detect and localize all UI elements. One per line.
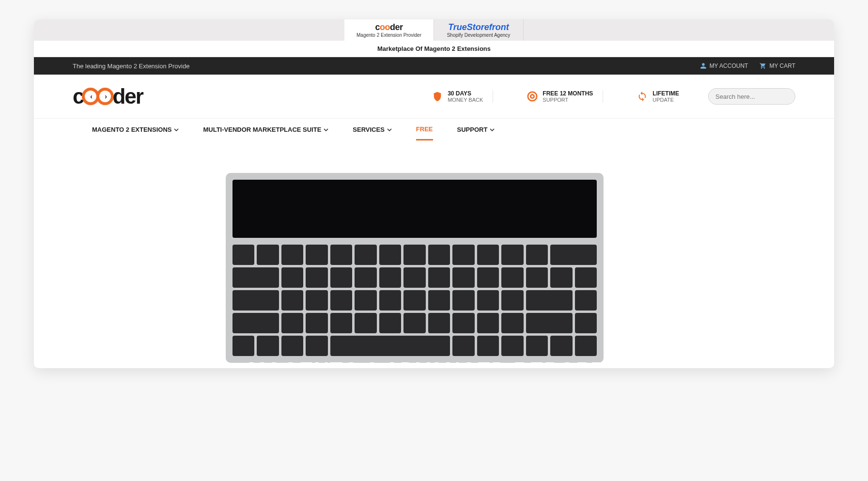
- hero-laptop-illustration: [226, 173, 604, 363]
- trust-label: FREE 12 MONTHS: [542, 90, 593, 97]
- nav-label: SERVICES: [353, 126, 385, 133]
- tab-coder[interactable]: cooder Magento 2 Extension Provider: [344, 19, 434, 41]
- chevron-down-icon: [174, 127, 179, 132]
- nav-label: FREE: [416, 125, 433, 133]
- hero-section: MAGENTO 2 ADVANCED REPORTS 0 Review Add …: [34, 140, 834, 368]
- tab-truestorefront-logo: TrueStorefront: [448, 22, 509, 32]
- trust-sublabel: MONEY BACK: [448, 97, 483, 103]
- tagline-bar: Marketplace Of Magento 2 Extensions: [34, 41, 834, 57]
- trust-support: FREE 12 MONTHS SUPPORT: [517, 90, 603, 103]
- trust-update: LIFETIME UPDATE: [627, 90, 689, 103]
- chevron-down-icon: [490, 127, 495, 132]
- nav-services[interactable]: SERVICES: [353, 119, 392, 140]
- nav-label: MULTI-VENDOR MARKETPLACE SUITE: [203, 126, 321, 133]
- my-account-link[interactable]: MY ACCOUNT: [700, 62, 748, 69]
- nav-label: MAGENTO 2 EXTENSIONS: [92, 126, 171, 133]
- nav-magento2-extensions[interactable]: MAGENTO 2 EXTENSIONS: [92, 119, 179, 140]
- utility-lead-text: The leading Magento 2 Extension Provide: [73, 62, 189, 70]
- main-logo[interactable]: c‹›der: [73, 84, 143, 109]
- utility-bar: The leading Magento 2 Extension Provide …: [34, 57, 834, 75]
- page-frame: cooder Magento 2 Extension Provider True…: [34, 19, 834, 368]
- svg-point-1: [531, 94, 534, 98]
- nav-free[interactable]: FREE: [416, 119, 433, 140]
- trust-sublabel: SUPPORT: [542, 97, 593, 103]
- user-icon: [700, 62, 707, 69]
- refresh-icon: [637, 91, 648, 102]
- my-cart-label: MY CART: [769, 62, 795, 69]
- tab-coder-sub: Magento 2 Extension Provider: [356, 32, 421, 38]
- trust-badges: 30 DAYS MONEY BACK FREE 12 MONTHS SUPPOR…: [422, 90, 689, 103]
- cart-icon: [760, 62, 766, 69]
- search-input[interactable]: [715, 93, 797, 100]
- product-title: MAGENTO 2 ADVANCED REPORTS: [248, 358, 620, 368]
- nav-support[interactable]: SUPPORT: [457, 119, 495, 140]
- my-account-label: MY ACCOUNT: [710, 62, 748, 69]
- chevron-down-icon: [324, 127, 328, 132]
- search-box[interactable]: [708, 88, 795, 105]
- tab-truestorefront[interactable]: TrueStorefront Shopify Development Agenc…: [434, 19, 524, 41]
- nav-label: SUPPORT: [457, 126, 488, 133]
- trust-label: LIFETIME: [652, 90, 679, 97]
- my-cart-link[interactable]: MY CART: [760, 62, 795, 69]
- tagline-text: Marketplace Of Magento 2 Extensions: [377, 45, 491, 52]
- tab-coder-logo: cooder: [375, 22, 403, 32]
- header-bar: c‹›der 30 DAYS MONEY BACK FREE 12 MONTHS…: [34, 75, 834, 118]
- svg-point-0: [528, 92, 537, 101]
- chevron-down-icon: [387, 127, 392, 132]
- tab-truestorefront-sub: Shopify Development Agency: [447, 32, 511, 38]
- trust-money-back: 30 DAYS MONEY BACK: [422, 90, 493, 103]
- shield-icon: [432, 91, 443, 102]
- trust-label: 30 DAYS: [448, 90, 483, 97]
- brand-tabs-bar: cooder Magento 2 Extension Provider True…: [34, 19, 834, 41]
- life-ring-icon: [527, 91, 538, 102]
- trust-sublabel: UPDATE: [652, 97, 679, 103]
- main-nav: MAGENTO 2 EXTENSIONS MULTI-VENDOR MARKET…: [34, 118, 834, 140]
- nav-marketplace-suite[interactable]: MULTI-VENDOR MARKETPLACE SUITE: [203, 119, 328, 140]
